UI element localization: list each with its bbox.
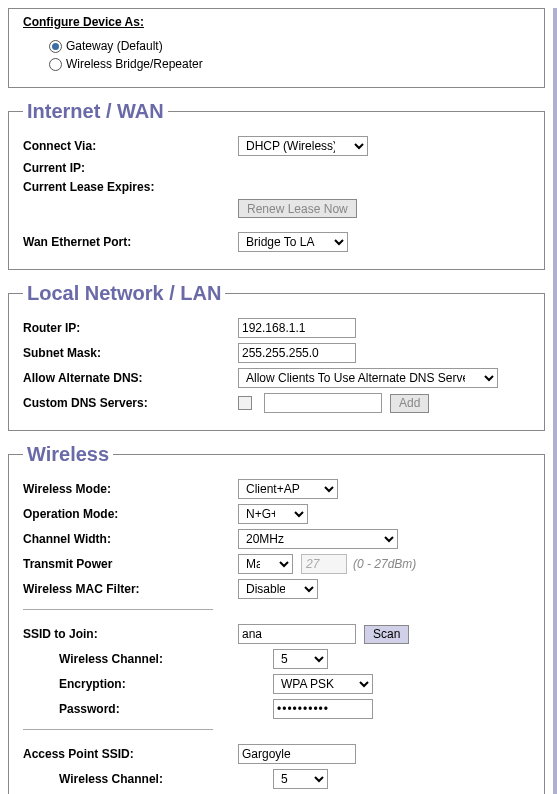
wan-legend: Internet / WAN [23, 100, 168, 123]
connect-via-label: Connect Via: [23, 139, 238, 153]
subnet-label: Subnet Mask: [23, 346, 238, 360]
mac-filter-label: Wireless MAC Filter: [23, 582, 238, 596]
alt-dns-select[interactable]: Allow Clients To Use Alternate DNS Serve… [238, 368, 498, 388]
wan-eth-select[interactable]: Bridge To LAN [238, 232, 348, 252]
ap-ssid-label: Access Point SSID: [23, 747, 238, 761]
client-channel-label: Wireless Channel: [23, 652, 273, 666]
tx-power-select[interactable]: Max [238, 554, 293, 574]
radio-off-icon [49, 58, 62, 71]
ap-ssid-input[interactable] [238, 744, 356, 764]
ch-width-label: Channel Width: [23, 532, 238, 546]
configure-device-fieldset: Configure Device As: Gateway (Default) W… [8, 8, 545, 88]
wan-fieldset: Internet / WAN Connect Via: DHCP (Wirele… [8, 100, 545, 270]
ssid-join-label: SSID to Join: [23, 627, 238, 641]
tx-dbm-display: 27 [301, 554, 347, 574]
lease-expires-label: Current Lease Expires: [23, 180, 238, 194]
renew-lease-button[interactable]: Renew Lease Now [238, 199, 357, 218]
lan-fieldset: Local Network / LAN Router IP: Subnet Ma… [8, 282, 545, 431]
ap-channel-select[interactable]: 5 [273, 769, 328, 789]
radio-gateway[interactable]: Gateway (Default) [49, 39, 534, 53]
radio-on-icon [49, 40, 62, 53]
ch-width-select[interactable]: 20MHz [238, 529, 398, 549]
current-ip-label: Current IP: [23, 161, 238, 175]
client-pw-input[interactable] [273, 699, 373, 719]
radio-bridge[interactable]: Wireless Bridge/Repeater [49, 57, 534, 71]
client-enc-label: Encryption: [23, 677, 273, 691]
radio-bridge-label: Wireless Bridge/Repeater [66, 57, 203, 71]
client-pw-label: Password: [23, 702, 273, 716]
wan-eth-label: Wan Ethernet Port: [23, 235, 238, 249]
separator-1 [23, 609, 213, 610]
subnet-input[interactable] [238, 343, 356, 363]
wireless-fieldset: Wireless Wireless Mode: Client+AP Operat… [8, 443, 545, 794]
separator-2 [23, 729, 213, 730]
custom-dns-input[interactable] [264, 393, 382, 413]
add-dns-button[interactable]: Add [390, 394, 429, 413]
client-channel-select[interactable]: 5 [273, 649, 328, 669]
client-enc-select[interactable]: WPA PSK [273, 674, 373, 694]
op-mode-select[interactable]: N+G+B [238, 504, 308, 524]
wireless-legend: Wireless [23, 443, 113, 466]
scan-button[interactable]: Scan [364, 625, 409, 644]
ap-channel-label: Wireless Channel: [23, 772, 273, 786]
alt-dns-label: Allow Alternate DNS: [23, 371, 238, 385]
tx-hint: (0 - 27dBm) [353, 557, 416, 571]
radio-gateway-label: Gateway (Default) [66, 39, 163, 53]
mac-filter-select[interactable]: Disabled [238, 579, 318, 599]
wireless-mode-select[interactable]: Client+AP [238, 479, 338, 499]
connect-via-select[interactable]: DHCP (Wireless) [238, 136, 368, 156]
ssid-join-input[interactable] [238, 624, 356, 644]
custom-dns-label: Custom DNS Servers: [23, 396, 238, 410]
configure-device-title: Configure Device As: [23, 15, 144, 29]
wireless-mode-label: Wireless Mode: [23, 482, 238, 496]
tx-power-label: Transmit Power [23, 557, 238, 571]
lan-legend: Local Network / LAN [23, 282, 225, 305]
op-mode-label: Operation Mode: [23, 507, 238, 521]
custom-dns-checkbox[interactable] [238, 396, 252, 410]
router-ip-input[interactable] [238, 318, 356, 338]
router-ip-label: Router IP: [23, 321, 238, 335]
